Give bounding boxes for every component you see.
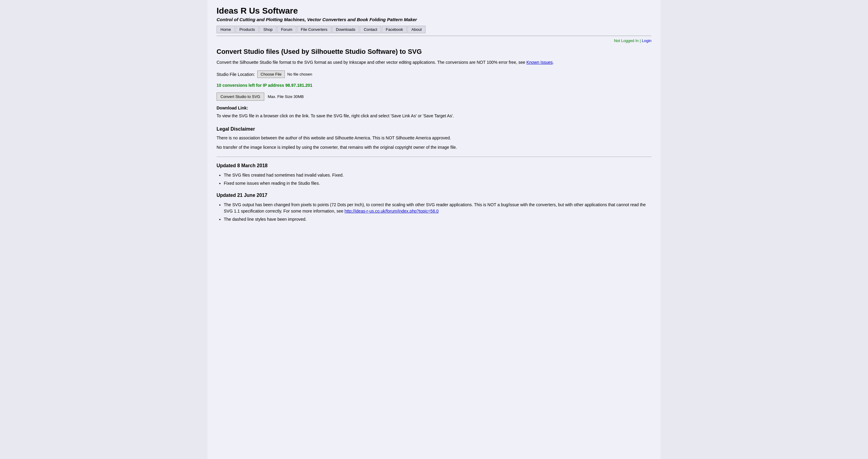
max-file-text: Max. File Size 30MB xyxy=(268,94,304,99)
auth-status: Not Logged In xyxy=(614,38,639,43)
update-2-list: The SVG output has been changed from pix… xyxy=(224,202,651,223)
legal-disclaimer-title: Legal Disclaimer xyxy=(217,126,651,132)
auth-bar: Not Logged In | Login xyxy=(217,38,651,43)
nav-item-products[interactable]: Products xyxy=(236,26,259,33)
nav-item-about[interactable]: About xyxy=(407,26,426,33)
nav-bar: Home Products Shop Forum File Converters… xyxy=(217,26,651,36)
nav-item-file-converters[interactable]: File Converters xyxy=(297,26,331,33)
legal-text-1: There is no association between the auth… xyxy=(217,135,651,141)
known-issues-link[interactable]: Known Issues xyxy=(526,60,553,65)
download-link-label: Download Link: xyxy=(217,106,651,110)
nav-item-facebook[interactable]: Facebook xyxy=(382,26,407,33)
nav-item-home[interactable]: Home xyxy=(217,26,235,33)
update-2-title: Updated 21 June 2017 xyxy=(217,193,651,198)
update-1-item-2: Fixed some issues when reading in the St… xyxy=(224,180,651,187)
site-title: Ideas R Us Software xyxy=(217,6,651,16)
site-subtitle: Control of Cutting and Plotting Machines… xyxy=(217,17,651,22)
nav-item-shop[interactable]: Shop xyxy=(259,26,276,33)
nav-item-downloads[interactable]: Downloads xyxy=(332,26,359,33)
nav-item-contact[interactable]: Contact xyxy=(360,26,381,33)
convert-button[interactable]: Convert Studio to SVG xyxy=(217,92,264,101)
choose-file-button[interactable]: Choose File xyxy=(257,70,285,78)
legal-text-2: No transfer of the image licence is impl… xyxy=(217,144,651,150)
page-wrapper: Ideas R Us Software Control of Cutting a… xyxy=(208,0,660,459)
conversions-left: 10 conversions left for IP address 98.97… xyxy=(217,83,651,88)
description-text: Convert the Silhouette Studio file forma… xyxy=(217,59,651,66)
description-intro: Convert the Silhouette Studio file forma… xyxy=(217,60,526,65)
page-title: Convert Studio files (Used by Silhouette… xyxy=(217,48,651,56)
divider xyxy=(217,156,651,157)
update-1-title: Updated 8 March 2018 xyxy=(217,163,651,168)
nav-item-forum[interactable]: Forum xyxy=(277,26,296,33)
update-2-item-1: The SVG output has been changed from pix… xyxy=(224,202,651,214)
download-info-text: To view the SVG file in a browser click … xyxy=(217,113,651,119)
file-location-label: Studio File Location: xyxy=(217,72,255,77)
convert-row: Convert Studio to SVG Max. File Size 30M… xyxy=(217,92,651,101)
login-link[interactable]: Login xyxy=(642,38,651,43)
file-location-row: Studio File Location: Choose File No fil… xyxy=(217,70,651,78)
forum-link[interactable]: http://ideas-r-us.co.uk/forum/index.php?… xyxy=(345,209,439,213)
update-2-item-2: The dashed line styles have been improve… xyxy=(224,216,651,223)
site-header: Ideas R Us Software Control of Cutting a… xyxy=(217,6,651,22)
description-end: . xyxy=(553,60,554,65)
no-file-text: No file chosen xyxy=(287,72,312,77)
update-1-item-1: The SVG files created had sometimes had … xyxy=(224,172,651,178)
update-1-list: The SVG files created had sometimes had … xyxy=(224,172,651,187)
